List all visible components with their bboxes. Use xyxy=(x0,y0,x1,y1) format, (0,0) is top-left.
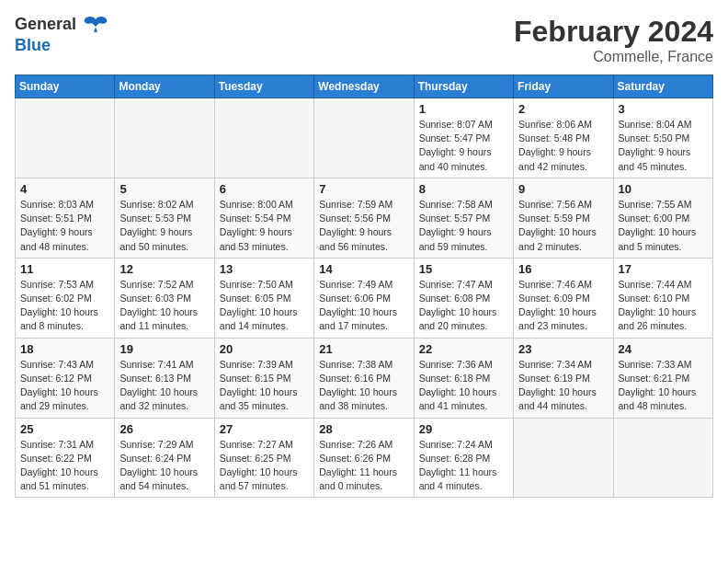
calendar-cell: 2Sunrise: 8:06 AMSunset: 5:48 PMDaylight… xyxy=(514,98,613,178)
calendar-cell: 26Sunrise: 7:29 AMSunset: 6:24 PMDayligh… xyxy=(115,418,214,498)
calendar-cell xyxy=(514,418,613,498)
day-number: 14 xyxy=(319,262,408,276)
day-number: 25 xyxy=(20,422,109,436)
weekday-header-wednesday: Wednesday xyxy=(314,75,414,98)
calendar-cell: 24Sunrise: 7:33 AMSunset: 6:21 PMDayligh… xyxy=(613,338,712,418)
calendar-cell: 11Sunrise: 7:53 AMSunset: 6:02 PMDayligh… xyxy=(16,258,115,338)
day-number: 6 xyxy=(220,182,309,196)
day-number: 8 xyxy=(419,182,508,196)
day-info: Sunrise: 7:49 AMSunset: 6:06 PMDaylight:… xyxy=(319,278,408,334)
calendar-cell: 14Sunrise: 7:49 AMSunset: 6:06 PMDayligh… xyxy=(314,258,414,338)
day-number: 12 xyxy=(119,262,209,276)
logo-general: General xyxy=(15,15,76,33)
calendar-cell: 8Sunrise: 7:58 AMSunset: 5:57 PMDaylight… xyxy=(414,178,513,258)
day-number: 13 xyxy=(220,262,309,276)
calendar-cell: 10Sunrise: 7:55 AMSunset: 6:00 PMDayligh… xyxy=(613,178,712,258)
day-info: Sunrise: 7:55 AMSunset: 6:00 PMDaylight:… xyxy=(619,198,708,254)
day-info: Sunrise: 7:43 AMSunset: 6:12 PMDaylight:… xyxy=(20,358,109,414)
month-year-title: February 2024 xyxy=(514,15,713,49)
day-number: 1 xyxy=(419,102,508,116)
day-number: 3 xyxy=(619,102,708,116)
calendar-cell xyxy=(16,98,115,178)
day-number: 19 xyxy=(119,342,209,356)
day-info: Sunrise: 7:47 AMSunset: 6:08 PMDaylight:… xyxy=(419,278,508,334)
calendar-cell: 9Sunrise: 7:56 AMSunset: 5:59 PMDaylight… xyxy=(514,178,613,258)
day-info: Sunrise: 7:58 AMSunset: 5:57 PMDaylight:… xyxy=(419,198,508,254)
calendar-week-row-1: 1Sunrise: 8:07 AMSunset: 5:47 PMDaylight… xyxy=(16,98,713,178)
day-info: Sunrise: 7:53 AMSunset: 6:02 PMDaylight:… xyxy=(20,278,109,334)
day-info: Sunrise: 8:04 AMSunset: 5:50 PMDaylight:… xyxy=(619,118,708,174)
day-number: 20 xyxy=(220,342,309,356)
day-number: 28 xyxy=(319,422,408,436)
calendar-week-row-5: 25Sunrise: 7:31 AMSunset: 6:22 PMDayligh… xyxy=(16,418,713,498)
day-info: Sunrise: 8:06 AMSunset: 5:48 PMDaylight:… xyxy=(518,118,608,174)
day-info: Sunrise: 7:34 AMSunset: 6:19 PMDaylight:… xyxy=(518,358,608,414)
day-info: Sunrise: 7:52 AMSunset: 6:03 PMDaylight:… xyxy=(119,278,209,334)
calendar-table: SundayMondayTuesdayWednesdayThursdayFrid… xyxy=(15,75,713,498)
calendar-cell: 18Sunrise: 7:43 AMSunset: 6:12 PMDayligh… xyxy=(16,338,115,418)
day-info: Sunrise: 7:44 AMSunset: 6:10 PMDaylight:… xyxy=(619,278,708,334)
day-info: Sunrise: 7:39 AMSunset: 6:15 PMDaylight:… xyxy=(220,358,309,414)
logo-blue: Blue xyxy=(15,36,51,54)
day-number: 10 xyxy=(619,182,708,196)
calendar-cell: 15Sunrise: 7:47 AMSunset: 6:08 PMDayligh… xyxy=(414,258,513,338)
calendar-cell: 6Sunrise: 8:00 AMSunset: 5:54 PMDaylight… xyxy=(214,178,313,258)
calendar-cell xyxy=(314,98,414,178)
calendar-cell: 13Sunrise: 7:50 AMSunset: 6:05 PMDayligh… xyxy=(214,258,313,338)
calendar-cell xyxy=(613,418,712,498)
calendar-cell: 5Sunrise: 8:02 AMSunset: 5:53 PMDaylight… xyxy=(115,178,214,258)
calendar-cell: 20Sunrise: 7:39 AMSunset: 6:15 PMDayligh… xyxy=(214,338,313,418)
calendar-cell: 23Sunrise: 7:34 AMSunset: 6:19 PMDayligh… xyxy=(514,338,613,418)
day-number: 9 xyxy=(518,182,608,196)
day-info: Sunrise: 7:33 AMSunset: 6:21 PMDaylight:… xyxy=(619,358,708,414)
day-number: 22 xyxy=(419,342,508,356)
calendar-cell: 3Sunrise: 8:04 AMSunset: 5:50 PMDaylight… xyxy=(613,98,712,178)
day-number: 26 xyxy=(119,422,209,436)
day-info: Sunrise: 7:27 AMSunset: 6:25 PMDaylight:… xyxy=(220,438,309,494)
day-info: Sunrise: 8:02 AMSunset: 5:53 PMDaylight:… xyxy=(119,198,209,254)
calendar-cell: 1Sunrise: 8:07 AMSunset: 5:47 PMDaylight… xyxy=(414,98,513,178)
day-number: 21 xyxy=(319,342,408,356)
day-info: Sunrise: 7:59 AMSunset: 5:56 PMDaylight:… xyxy=(319,198,408,254)
calendar-cell: 27Sunrise: 7:27 AMSunset: 6:25 PMDayligh… xyxy=(214,418,313,498)
calendar-week-row-4: 18Sunrise: 7:43 AMSunset: 6:12 PMDayligh… xyxy=(16,338,713,418)
day-number: 16 xyxy=(518,262,608,276)
day-number: 11 xyxy=(20,262,109,276)
calendar-cell: 22Sunrise: 7:36 AMSunset: 6:18 PMDayligh… xyxy=(414,338,513,418)
weekday-header-thursday: Thursday xyxy=(414,75,513,98)
day-info: Sunrise: 8:00 AMSunset: 5:54 PMDaylight:… xyxy=(220,198,309,254)
day-number: 27 xyxy=(220,422,309,436)
day-info: Sunrise: 7:26 AMSunset: 6:26 PMDaylight:… xyxy=(319,438,408,494)
day-number: 29 xyxy=(419,422,508,436)
calendar-week-row-2: 4Sunrise: 8:03 AMSunset: 5:51 PMDaylight… xyxy=(16,178,713,258)
day-number: 2 xyxy=(518,102,608,116)
day-number: 17 xyxy=(619,262,708,276)
day-info: Sunrise: 7:56 AMSunset: 5:59 PMDaylight:… xyxy=(518,198,608,254)
calendar-cell xyxy=(115,98,214,178)
calendar-cell: 29Sunrise: 7:24 AMSunset: 6:28 PMDayligh… xyxy=(414,418,513,498)
day-number: 7 xyxy=(319,182,408,196)
calendar-cell: 28Sunrise: 7:26 AMSunset: 6:26 PMDayligh… xyxy=(314,418,414,498)
title-block: February 2024 Commelle, France xyxy=(514,15,713,65)
calendar-week-row-3: 11Sunrise: 7:53 AMSunset: 6:02 PMDayligh… xyxy=(16,258,713,338)
calendar-cell xyxy=(214,98,313,178)
day-number: 23 xyxy=(518,342,608,356)
day-number: 15 xyxy=(419,262,508,276)
logo: General Blue xyxy=(15,15,110,55)
day-number: 4 xyxy=(20,182,109,196)
day-info: Sunrise: 7:38 AMSunset: 6:16 PMDaylight:… xyxy=(319,358,408,414)
day-info: Sunrise: 7:29 AMSunset: 6:24 PMDaylight:… xyxy=(119,438,209,494)
logo-bird-icon xyxy=(83,16,108,36)
calendar-cell: 17Sunrise: 7:44 AMSunset: 6:10 PMDayligh… xyxy=(613,258,712,338)
day-number: 18 xyxy=(20,342,109,356)
day-info: Sunrise: 7:46 AMSunset: 6:09 PMDaylight:… xyxy=(518,278,608,334)
page-header: General Blue February 2024 Commelle, Fra… xyxy=(15,15,713,65)
day-info: Sunrise: 8:07 AMSunset: 5:47 PMDaylight:… xyxy=(419,118,508,174)
weekday-header-saturday: Saturday xyxy=(613,75,712,98)
logo-text: General Blue xyxy=(15,15,110,55)
day-info: Sunrise: 7:36 AMSunset: 6:18 PMDaylight:… xyxy=(419,358,508,414)
calendar-cell: 21Sunrise: 7:38 AMSunset: 6:16 PMDayligh… xyxy=(314,338,414,418)
calendar-cell: 16Sunrise: 7:46 AMSunset: 6:09 PMDayligh… xyxy=(514,258,613,338)
day-info: Sunrise: 7:50 AMSunset: 6:05 PMDaylight:… xyxy=(220,278,309,334)
weekday-header-row: SundayMondayTuesdayWednesdayThursdayFrid… xyxy=(16,75,713,98)
